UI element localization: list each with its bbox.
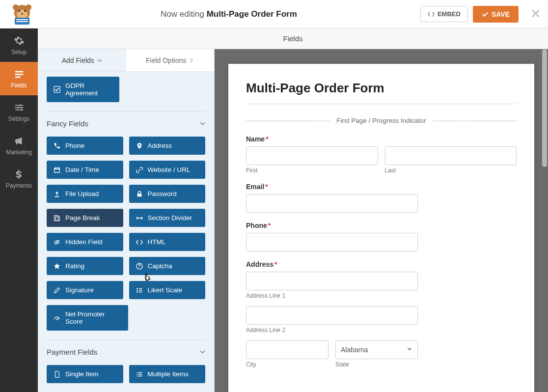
field-phone-group[interactable]: Phone* xyxy=(246,222,418,252)
svg-point-27 xyxy=(136,372,137,373)
address-line2-input[interactable] xyxy=(246,306,418,325)
field-section-divider[interactable]: Section Divider xyxy=(129,209,206,227)
field-single-item[interactable]: Single Item xyxy=(47,365,123,383)
divider-icon xyxy=(136,215,143,222)
svg-point-25 xyxy=(137,291,138,293)
chevron-down-icon xyxy=(97,58,102,63)
field-name-group[interactable]: Name* First Last xyxy=(246,135,517,174)
nav-settings[interactable]: Settings xyxy=(0,95,38,129)
field-email-group[interactable]: Email* xyxy=(246,183,418,213)
close-button[interactable]: ✕ xyxy=(530,6,541,22)
canvas-wrap: Multi-Page Order Form First Page / Progr… xyxy=(215,49,548,392)
sliders-icon xyxy=(14,102,25,113)
field-likert[interactable]: Likert Scale xyxy=(129,281,206,299)
grid-icon xyxy=(136,287,143,294)
last-name-input[interactable] xyxy=(385,146,517,165)
field-website-url[interactable]: Website / URL xyxy=(129,161,206,179)
field-address[interactable]: Address xyxy=(129,137,206,155)
chevron-down-icon xyxy=(200,121,205,126)
svg-rect-20 xyxy=(55,217,59,221)
field-hidden[interactable]: Hidden Field xyxy=(47,233,123,251)
field-password[interactable]: Password xyxy=(129,185,206,203)
eye-slash-icon xyxy=(54,239,60,246)
state-select[interactable]: Alabama xyxy=(335,340,418,359)
upload-icon xyxy=(54,191,60,197)
svg-point-5 xyxy=(24,10,26,12)
phone-input[interactable] xyxy=(246,233,418,252)
logo xyxy=(7,3,37,26)
nav-marketing[interactable]: Marketing xyxy=(0,129,38,162)
nav-payments[interactable]: Payments xyxy=(0,162,38,196)
editing-title: Now editing Multi-Page Order Form xyxy=(37,9,420,19)
form-title: Multi-Page Order Form xyxy=(246,81,517,96)
field-date-time[interactable]: Date / Time xyxy=(47,161,123,179)
svg-rect-16 xyxy=(54,86,60,92)
field-nps[interactable]: Net Promoter Score xyxy=(47,305,128,331)
address-line1-input[interactable] xyxy=(246,272,418,290)
field-rating[interactable]: Rating xyxy=(47,257,123,275)
panel-tabs: Add Fields Field Options xyxy=(38,49,214,72)
list-icon xyxy=(136,371,143,378)
check-square-icon xyxy=(54,86,60,93)
code-icon xyxy=(136,239,143,246)
field-phone[interactable]: Phone xyxy=(47,137,123,155)
file-icon xyxy=(54,371,60,378)
fields-scroll[interactable]: GDPR Agreement Fancy Fields Phone Addres… xyxy=(38,72,214,392)
scrollbar-thumb[interactable] xyxy=(542,49,547,167)
dollar-icon xyxy=(14,169,25,180)
section-fancy-fields[interactable]: Fancy Fields xyxy=(47,111,205,135)
bullhorn-icon xyxy=(14,136,25,146)
nav-fields[interactable]: Fields xyxy=(0,62,38,95)
phone-icon xyxy=(54,142,60,149)
field-multiple-items[interactable]: Multiple Items xyxy=(129,365,206,383)
form-name: Multi-Page Order Form xyxy=(207,9,297,19)
city-input[interactable] xyxy=(246,340,329,359)
field-page-break[interactable]: Page Break xyxy=(47,209,123,227)
field-file-upload[interactable]: File Upload xyxy=(47,185,123,203)
gear-icon xyxy=(14,35,25,46)
line1-sublabel: Address Line 1 xyxy=(246,292,418,299)
svg-rect-17 xyxy=(55,168,60,172)
svg-rect-8 xyxy=(16,19,28,20)
save-label: SAVE xyxy=(492,10,510,18)
chevron-right-icon xyxy=(189,58,194,63)
field-html[interactable]: HTML xyxy=(129,233,206,251)
field-address-group[interactable]: Address* Address Line 1 Address Line 2 C… xyxy=(246,260,517,368)
embed-button[interactable]: EMBED xyxy=(420,6,468,22)
code-icon xyxy=(428,11,435,18)
tab-field-options[interactable]: Field Options xyxy=(126,49,215,71)
lock-icon xyxy=(136,191,143,197)
svg-point-6 xyxy=(21,13,23,14)
field-gdpr-agreement[interactable]: GDPR Agreement xyxy=(47,77,119,102)
form-icon xyxy=(14,69,25,80)
top-bar: Now editing Multi-Page Order Form EMBED … xyxy=(0,0,548,28)
save-button[interactable]: SAVE xyxy=(473,6,519,23)
tab-add-fields[interactable]: Add Fields xyxy=(38,49,126,71)
star-icon xyxy=(54,263,60,270)
email-input[interactable] xyxy=(246,194,418,213)
form-canvas[interactable]: Multi-Page Order Form First Page / Progr… xyxy=(228,64,534,392)
section-payment-fields[interactable]: Payment Fields xyxy=(47,339,205,363)
svg-rect-18 xyxy=(137,194,141,196)
workspace: Fields Add Fields Field Options xyxy=(38,28,548,392)
svg-point-15 xyxy=(21,109,23,111)
field-captcha[interactable]: Captcha xyxy=(129,257,206,275)
svg-point-26 xyxy=(56,319,58,320)
svg-point-29 xyxy=(136,375,137,376)
svg-rect-11 xyxy=(15,74,23,75)
email-label: Email* xyxy=(246,183,418,191)
canvas-scrollbar[interactable] xyxy=(541,49,548,392)
field-signature[interactable]: Signature xyxy=(47,281,123,299)
name-label: Name* xyxy=(246,135,517,143)
main: Setup Fields Settings Marketing Payments… xyxy=(0,28,548,392)
address-label: Address* xyxy=(246,260,517,268)
check-icon xyxy=(482,11,489,18)
svg-rect-12 xyxy=(15,76,20,78)
pagebreak-icon xyxy=(54,215,60,222)
svg-point-24 xyxy=(137,289,138,291)
panel-title: Fields xyxy=(38,28,548,49)
link-icon xyxy=(136,167,143,173)
svg-point-4 xyxy=(18,10,20,12)
first-name-input[interactable] xyxy=(246,146,378,165)
nav-setup[interactable]: Setup xyxy=(0,28,38,62)
